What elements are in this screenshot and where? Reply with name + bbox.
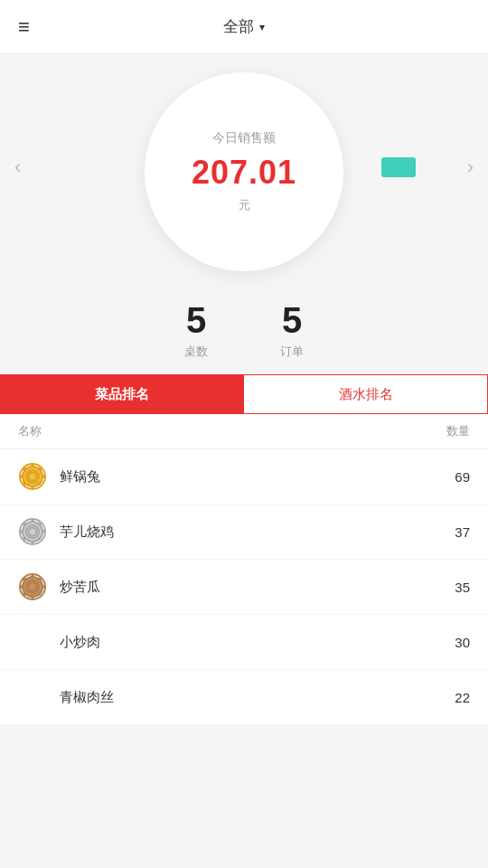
table-row: 青椒肉丝 22: [0, 670, 488, 725]
next-arrow-icon[interactable]: ›: [467, 156, 474, 179]
svg-rect-15: [32, 541, 34, 544]
stats-row: 5 桌数 5 订单: [0, 280, 488, 374]
table-header: 名称 数量: [0, 414, 488, 449]
item-name-4: 小炒肉: [60, 634, 430, 651]
sales-section: ‹ 今日销售额 207.01 元 ›: [0, 54, 488, 280]
col-qty-header: 数量: [446, 423, 470, 439]
stat-orders: 5 订单: [280, 302, 304, 360]
chevron-down-icon: ▾: [259, 21, 265, 33]
store-selector[interactable]: 全部 ▾: [223, 16, 265, 37]
sales-unit: 元: [239, 197, 250, 213]
item-qty-1: 69: [443, 469, 470, 485]
teal-accent-block: [381, 157, 416, 177]
tables-value: 5: [186, 302, 206, 338]
rank-4-placeholder: [18, 627, 47, 656]
svg-rect-4: [20, 476, 23, 478]
table-row: 小炒肉 30: [0, 615, 488, 670]
item-qty-2: 37: [443, 524, 470, 540]
item-name-3: 炒苦瓜: [60, 579, 430, 596]
tables-label: 桌数: [184, 344, 208, 360]
stat-tables: 5 桌数: [184, 302, 208, 360]
rank-5-placeholder: [18, 683, 47, 712]
orders-value: 5: [282, 302, 302, 338]
sales-label: 今日销售额: [212, 130, 276, 146]
prev-arrow-icon[interactable]: ‹: [14, 156, 21, 179]
tab-bar: 菜品排名 酒水排名: [0, 374, 488, 414]
table-row: 鲜锅兔 69: [0, 449, 488, 505]
sales-amount: 207.01: [192, 154, 296, 192]
header: ≡ 全部 ▾: [0, 0, 488, 54]
item-name-2: 芋儿烧鸡: [60, 524, 430, 541]
item-name-5: 青椒肉丝: [60, 689, 430, 706]
tab-dishes[interactable]: 菜品排名: [0, 374, 243, 414]
svg-rect-2: [32, 464, 34, 467]
rank-table: 名称 数量 鲜锅兔 69: [0, 414, 488, 725]
svg-rect-5: [42, 476, 45, 478]
sales-card: 今日销售额 207.01 元: [145, 72, 343, 271]
item-qty-5: 22: [443, 690, 470, 705]
rank-1-icon: [18, 462, 47, 491]
item-qty-4: 30: [443, 635, 470, 650]
menu-icon[interactable]: ≡: [18, 15, 30, 39]
item-qty-3: 35: [443, 580, 470, 595]
svg-rect-17: [42, 531, 45, 533]
col-name-header: 名称: [18, 423, 42, 439]
svg-rect-28: [20, 586, 23, 589]
tab-drinks[interactable]: 酒水排名: [243, 374, 488, 414]
svg-rect-16: [20, 531, 23, 533]
svg-rect-26: [32, 574, 34, 578]
table-row: 芋儿烧鸡 37: [0, 505, 488, 560]
svg-rect-27: [32, 596, 34, 599]
item-name-1: 鲜锅兔: [60, 468, 430, 486]
orders-label: 订单: [280, 344, 304, 360]
store-name: 全部: [223, 16, 254, 37]
table-row: 炒苦瓜 35: [0, 560, 488, 615]
rank-3-icon: [18, 572, 47, 601]
rank-2-icon: [18, 517, 47, 546]
svg-rect-3: [32, 486, 34, 489]
svg-rect-14: [32, 519, 34, 523]
svg-rect-29: [42, 586, 45, 589]
